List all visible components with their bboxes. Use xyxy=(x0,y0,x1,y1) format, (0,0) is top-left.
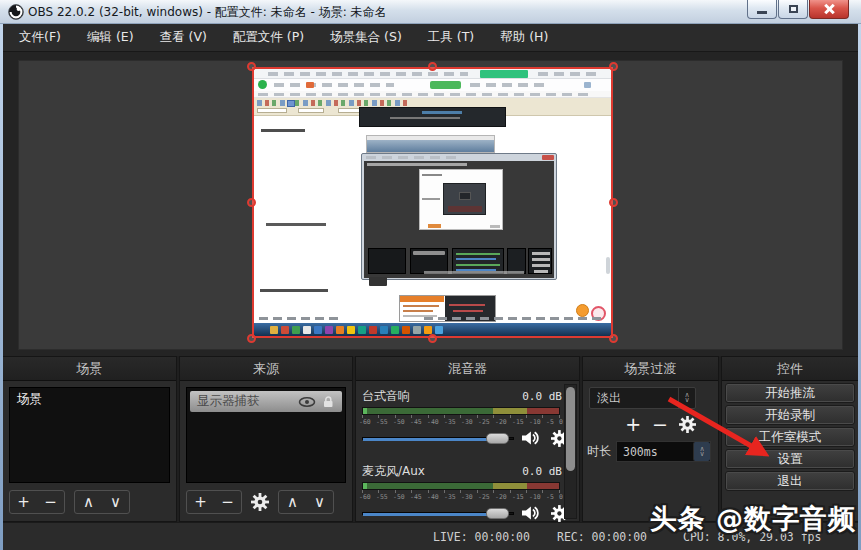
volume-slider[interactable] xyxy=(362,430,512,446)
mixer-channel-desktop-audio: 台式音响 0.0 dB -60-55-50-45-40-35-30-25-20-… xyxy=(362,381,568,447)
title-bar[interactable]: OBS 22.0.2 (32-bit, windows) - 配置文件: 未命名… xyxy=(0,0,861,24)
channel-name: 麦克风/Aux xyxy=(362,463,425,480)
move-scene-down-button[interactable]: ∨ xyxy=(102,491,129,513)
mixer-panel-header[interactable]: 混音器 xyxy=(356,357,579,381)
volume-slider[interactable] xyxy=(362,505,512,521)
preview-canvas[interactable] xyxy=(18,60,843,350)
duration-value: 300ms xyxy=(617,445,693,459)
scene-transitions-panel: 场景过渡 淡出 ∧∨ + − 时长 300ms ∧∨ xyxy=(582,356,719,522)
duration-spinbox[interactable]: 300ms ∧∨ xyxy=(616,441,711,462)
move-scene-up-button[interactable]: ∧ xyxy=(75,491,102,513)
restore-icon xyxy=(789,5,798,13)
move-source-down-button[interactable]: ∨ xyxy=(306,491,333,513)
captured-text-line-3 xyxy=(260,289,328,292)
meter-scale: -60-55-50-45-40-35-30-25-20-15-10-50 xyxy=(359,493,563,501)
volume-meter xyxy=(362,482,560,490)
mixer-scrollbar-thumb[interactable] xyxy=(566,387,575,471)
selection-handle[interactable] xyxy=(247,198,256,207)
channel-level: 0.0 dB xyxy=(522,465,562,478)
sources-panel: 来源 显示器捕获 + − ∧ ∨ xyxy=(179,356,353,522)
minimize-icon xyxy=(757,11,767,14)
transition-properties-gear-icon[interactable] xyxy=(679,416,696,433)
mixer-panel: 混音器 台式音响 0.0 dB -60-55-50-45-40-35-30-25… xyxy=(355,356,580,522)
add-transition-button[interactable]: + xyxy=(625,413,641,435)
volume-slider-handle[interactable] xyxy=(486,433,509,444)
preview-area xyxy=(0,52,861,356)
transitions-panel-header[interactable]: 场景过渡 xyxy=(583,357,718,381)
selection-handle[interactable] xyxy=(428,62,437,71)
captured-page-scrollbar xyxy=(606,257,610,274)
sources-panel-header[interactable]: 来源 xyxy=(180,357,352,381)
move-source-up-button[interactable]: ∧ xyxy=(279,491,306,513)
rec-time: REC: 00:00:00 xyxy=(557,530,647,544)
studio-mode-button[interactable]: 工作室模式 xyxy=(725,427,855,447)
start-recording-button[interactable]: 开始录制 xyxy=(725,405,855,425)
mixer-channel-mic-aux: 麦克风/Aux 0.0 dB -60-55-50-45-40-35-30-25-… xyxy=(362,456,568,522)
selection-handle[interactable] xyxy=(609,198,618,207)
scenes-panel-header[interactable]: 场景 xyxy=(3,357,176,381)
menu-bar: 文件(F) 编辑 (E) 查看 (V) 配置文件 (P) 场景集合 (S) 工具… xyxy=(0,24,861,52)
visibility-eye-icon[interactable] xyxy=(298,397,316,407)
source-item-label: 显示器捕获 xyxy=(197,393,260,410)
source-properties-gear-icon[interactable] xyxy=(251,493,269,511)
duration-spinner-icon[interactable]: ∧∨ xyxy=(693,442,710,461)
restore-button[interactable] xyxy=(778,0,808,19)
minimize-button[interactable] xyxy=(747,0,777,19)
captured-green-button xyxy=(430,81,461,89)
transition-select[interactable]: 淡出 ∧∨ xyxy=(589,387,696,409)
window-title: OBS 22.0.2 (32-bit, windows) - 配置文件: 未命名… xyxy=(28,4,387,21)
transition-selected-value: 淡出 xyxy=(590,390,678,407)
selection-handle[interactable] xyxy=(609,334,618,343)
obs-logo-icon xyxy=(8,4,24,20)
menu-item-edit[interactable]: 编辑 (E) xyxy=(74,24,147,51)
captured-emoji-sticker xyxy=(576,304,589,317)
duration-label: 时长 xyxy=(587,443,611,460)
source-list-item-selected[interactable]: 显示器捕获 xyxy=(190,391,342,412)
captured-screenshot-a xyxy=(359,107,506,127)
menu-item-scene-collection[interactable]: 场景集合 (S) xyxy=(317,24,415,51)
menu-item-help[interactable]: 帮助 (H) xyxy=(487,24,561,51)
close-button[interactable] xyxy=(809,0,849,19)
captured-active-tab xyxy=(480,70,528,78)
add-scene-button[interactable]: + xyxy=(10,491,37,513)
exit-button[interactable]: 退出 xyxy=(725,471,855,491)
selection-handle[interactable] xyxy=(428,334,437,343)
display-capture-source[interactable] xyxy=(252,67,613,338)
scenes-list[interactable]: 场景 xyxy=(9,387,170,483)
scenes-panel: 场景 场景 + − ∧ ∨ xyxy=(2,356,177,522)
speaker-mute-icon[interactable] xyxy=(521,429,539,447)
remove-source-button[interactable]: − xyxy=(214,491,241,513)
settings-button[interactable]: 设置 xyxy=(725,449,855,469)
start-streaming-button[interactable]: 开始推流 xyxy=(725,383,855,403)
captured-browser-logo xyxy=(258,80,267,89)
menu-item-tools[interactable]: 工具 (T) xyxy=(415,24,487,51)
channel-level: 0.0 dB xyxy=(522,390,562,403)
selection-handle[interactable] xyxy=(247,62,256,71)
speaker-mute-icon[interactable] xyxy=(521,504,539,522)
captured-browser-addressbar xyxy=(254,79,611,91)
remove-scene-button[interactable]: − xyxy=(37,491,64,513)
meter-scale: -60-55-50-45-40-35-30-25-20-15-10-50 xyxy=(359,418,563,426)
controls-panel-header[interactable]: 控件 xyxy=(722,357,858,381)
lock-icon[interactable] xyxy=(322,396,335,407)
captured-footer-text-right xyxy=(424,317,604,320)
live-time: LIVE: 00:00:00 xyxy=(433,530,530,544)
channel-name: 台式音响 xyxy=(362,388,410,405)
menu-item-file[interactable]: 文件(F) xyxy=(6,24,74,51)
selection-handle[interactable] xyxy=(609,62,618,71)
menu-item-view[interactable]: 查看 (V) xyxy=(147,24,220,51)
sources-list[interactable]: 显示器捕获 xyxy=(186,387,346,483)
watermark-text: 头条 @数字音频 xyxy=(650,501,856,537)
menu-item-profile[interactable]: 配置文件 (P) xyxy=(220,24,317,51)
add-source-button[interactable]: + xyxy=(187,491,214,513)
captured-bookmarks-bar xyxy=(254,91,611,98)
obs-window: OBS 22.0.2 (32-bit, windows) - 配置文件: 未命名… xyxy=(0,0,861,550)
volume-slider-handle[interactable] xyxy=(486,508,509,519)
combo-spinner-icon[interactable]: ∧∨ xyxy=(678,388,695,408)
selection-handle[interactable] xyxy=(247,334,256,343)
captured-screenshot-b xyxy=(366,135,495,153)
mixer-scrollbar[interactable] xyxy=(564,384,577,519)
remove-transition-button[interactable]: − xyxy=(652,413,668,435)
scene-list-item[interactable]: 场景 xyxy=(10,388,169,411)
captured-text-line-1 xyxy=(261,129,305,132)
